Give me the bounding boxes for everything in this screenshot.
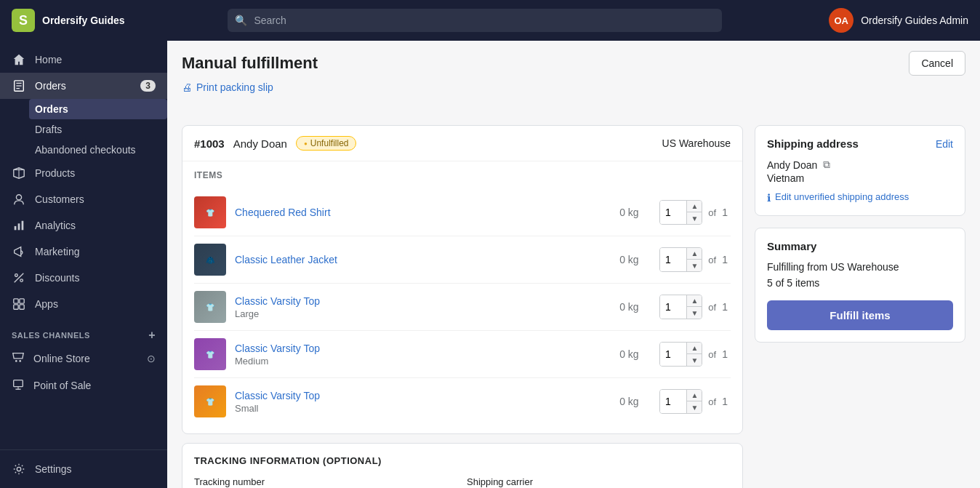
qty-of: of [705, 302, 719, 313]
summary-card: Summary Fulfilling from US Warehouse 5 o… [755, 228, 965, 343]
topbar: 🔍 OA Ordersify Guides Admin [167, 0, 980, 41]
sidebar-label-settings: Settings [35, 463, 156, 475]
qty-up-button[interactable]: ▲ [687, 390, 702, 401]
qty-input-group: ▲ ▼ [659, 342, 702, 367]
add-sales-channel-icon[interactable]: + [148, 329, 156, 342]
item-weight: 0 kg [607, 254, 651, 265]
item-name[interactable]: Chequered Red Shirt [235, 207, 598, 218]
svg-rect-8 [18, 223, 20, 230]
marketing-icon [12, 244, 26, 259]
search-icon: 🔍 [235, 15, 247, 26]
edit-unverified-shipping-link[interactable]: ℹ Edit unverified shipping address [767, 191, 953, 204]
sidebar-item-online-store[interactable]: Online Store ⊙ [0, 345, 167, 372]
shipping-title: Shipping address [767, 137, 859, 150]
item-weight: 0 kg [607, 396, 651, 407]
page-header-area: Manual fulfillment Cancel [167, 41, 980, 76]
qty-up-button[interactable]: ▲ [687, 343, 702, 354]
qty-up-button[interactable]: ▲ [687, 295, 702, 307]
sidebar-item-discounts[interactable]: Discounts [0, 265, 167, 291]
main-content: #1003 Andy Doan Unfulfilled US Warehouse… [167, 111, 980, 488]
qty-max: 1 [722, 207, 731, 218]
print-packing-slip-link[interactable]: 🖨 Print packing slip [182, 81, 965, 93]
order-card: #1003 Andy Doan Unfulfilled US Warehouse… [182, 125, 743, 434]
sidebar-label-analytics: Analytics [35, 220, 156, 231]
item-weight: 0 kg [607, 348, 651, 360]
qty-input[interactable] [660, 343, 686, 366]
items-section: ITEMS 👕 Chequered Red Shirt 0 kg [182, 161, 742, 433]
customers-icon [12, 192, 26, 207]
sidebar-sub-item-abandoned[interactable]: Abandoned checkouts [35, 140, 167, 160]
sidebar-item-home[interactable]: Home [0, 47, 167, 73]
sidebar-item-pos[interactable]: Point of Sale [0, 372, 167, 399]
shipping-edit-button[interactable]: Edit [936, 138, 953, 150]
item-thumbnail: 👕 [194, 291, 226, 323]
sidebar-sub-item-drafts[interactable]: Drafts [35, 119, 167, 140]
item-weight: 0 kg [607, 301, 651, 313]
item-variant: Small [235, 403, 598, 414]
summary-fulfilling-from: Fulfilling from US Warehouse [767, 261, 953, 273]
sidebar-sub-item-orders[interactable]: Orders [29, 99, 167, 119]
table-row: 👕 Classic Varsity Top Small 0 kg [194, 378, 731, 425]
copy-icon[interactable]: ⧉ [823, 159, 830, 171]
qty-input[interactable] [660, 201, 686, 224]
qty-of: of [705, 396, 719, 407]
tracking-number-group: Tracking number [194, 476, 458, 488]
cancel-button[interactable]: Cancel [909, 51, 965, 76]
sidebar-item-marketing[interactable]: Marketing [0, 239, 167, 265]
qty-down-button[interactable]: ▼ [687, 307, 702, 319]
sidebar-nav: Home Orders 3 Orders Drafts Abandoned ch… [0, 41, 167, 449]
print-icon: 🖨 [182, 81, 192, 93]
sidebar-label-discounts: Discounts [35, 272, 156, 284]
qty-input[interactable] [660, 390, 686, 413]
qty-down-button[interactable]: ▼ [687, 354, 702, 366]
item-info: Chequered Red Shirt [235, 207, 598, 218]
qty-max: 1 [722, 301, 731, 313]
order-number: #1003 [194, 137, 225, 150]
sidebar-item-orders[interactable]: Orders 3 [0, 73, 167, 99]
tracking-number-label: Tracking number [194, 476, 458, 487]
item-name[interactable]: Classic Varsity Top [235, 343, 598, 354]
qty-down-button[interactable]: ▼ [687, 260, 702, 271]
shipping-carrier-label: Shipping carrier [467, 476, 731, 487]
sidebar-sub-orders: Orders Drafts Abandoned checkouts [0, 99, 167, 160]
sidebar-item-customers[interactable]: Customers [0, 186, 167, 212]
user-area: OA Ordersify Guides Admin [829, 8, 968, 33]
eye-icon[interactable]: ⊙ [147, 353, 156, 364]
item-name[interactable]: Classic Varsity Top [235, 390, 598, 401]
fulfill-items-button[interactable]: Fulfill items [767, 300, 953, 330]
settings-icon [12, 462, 26, 476]
sidebar-item-products[interactable]: Products [0, 160, 167, 186]
qty-max: 1 [722, 348, 731, 360]
orders-badge: 3 [140, 80, 156, 92]
apps-icon [12, 297, 26, 311]
search-input[interactable] [228, 9, 722, 32]
shipping-header: Shipping address Edit [767, 137, 953, 150]
items-label: ITEMS [194, 170, 731, 180]
sidebar-item-apps[interactable]: Apps [0, 291, 167, 317]
qty-down-button[interactable]: ▼ [687, 212, 702, 224]
qty-input-group: ▲ ▼ [659, 200, 702, 225]
qty-of: of [705, 349, 719, 360]
sidebar-label-orders: Orders [35, 80, 132, 92]
item-name[interactable]: Classic Varsity Top [235, 295, 598, 307]
item-info: Classic Varsity Top Medium [235, 343, 598, 367]
qty-arrows: ▲ ▼ [686, 248, 702, 271]
qty-input[interactable] [660, 295, 686, 319]
qty-input[interactable] [660, 248, 686, 271]
home-icon [12, 52, 26, 67]
sidebar-label-home: Home [35, 54, 156, 65]
sidebar: S Ordersify Guides Home Orders 3 [0, 0, 167, 488]
qty-down-button[interactable]: ▼ [687, 401, 702, 413]
svg-point-10 [15, 274, 18, 277]
qty-up-button[interactable]: ▲ [687, 248, 702, 260]
sidebar-logo: S [12, 9, 35, 32]
table-row: 👕 Classic Varsity Top Medium 0 kg [194, 331, 731, 378]
sidebar-item-analytics[interactable]: Analytics [0, 212, 167, 239]
summary-items-count: 5 of 5 items [767, 277, 953, 289]
item-qty: ▲ ▼ of 1 [659, 342, 731, 367]
sidebar-label-products: Products [35, 167, 156, 179]
item-name[interactable]: Classic Leather Jacket [235, 254, 598, 265]
summary-title: Summary [767, 240, 953, 252]
qty-up-button[interactable]: ▲ [687, 201, 702, 212]
sidebar-item-settings[interactable]: Settings [0, 456, 167, 482]
